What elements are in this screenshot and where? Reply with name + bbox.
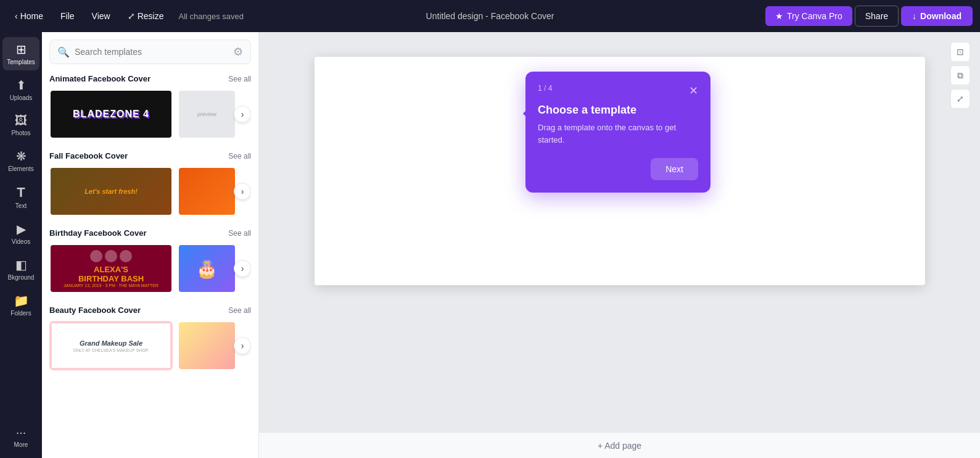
- tooltip-close-button[interactable]: ✕: [689, 84, 698, 98]
- sidebar-item-videos[interactable]: ▶ Videos: [2, 217, 39, 250]
- templates-icon: ⊞: [16, 42, 27, 57]
- resize-icon: ⤢: [128, 11, 135, 21]
- text-icon: T: [17, 185, 25, 201]
- beauty-section-title: Beauty Facebook Cover: [49, 306, 141, 315]
- beauty-next-arrow[interactable]: ›: [234, 337, 251, 354]
- try-pro-button[interactable]: ★ Try Canva Pro: [765, 6, 852, 26]
- background-icon: ◧: [15, 257, 27, 272]
- beauty-template-row: Grand Makeup Sale ONLY AT CHELSEA'S MAKE…: [49, 321, 251, 370]
- sidebar-item-text[interactable]: T Text: [2, 180, 39, 214]
- more-icon: ···: [16, 425, 27, 439]
- download-icon: ↓: [912, 11, 916, 21]
- template-bladezone[interactable]: BLADEZONE 4: [49, 90, 173, 139]
- sidebar-item-more[interactable]: ··· More: [2, 420, 39, 453]
- crown-icon: ★: [775, 11, 783, 21]
- share-button[interactable]: Share: [855, 6, 899, 27]
- sidebar-item-folders[interactable]: 📁 Folders: [2, 288, 39, 322]
- sidebar-item-templates[interactable]: ⊞ Templates: [2, 37, 39, 70]
- resize-button[interactable]: ⤢ Resize: [120, 7, 171, 25]
- fall-next-arrow[interactable]: ›: [234, 183, 251, 200]
- tooltip-next-button[interactable]: Next: [651, 158, 698, 180]
- template-birthday1[interactable]: ALEXA'S BIRTHDAY BASH JANUARY 13, 2019 ·…: [49, 244, 173, 293]
- birthday-section-header: Birthday Facebook Cover See all: [49, 228, 251, 238]
- home-button[interactable]: ‹ Home: [7, 7, 51, 25]
- template-birthday2[interactable]: 🎂: [178, 244, 236, 293]
- animated-template-row: BLADEZONE 4 preview ›: [49, 90, 251, 139]
- uploads-icon: ⬆: [16, 78, 27, 93]
- canvas-tool-copy[interactable]: ⧉: [950, 65, 970, 85]
- fall-section-header: Fall Facebook Cover See all: [49, 151, 251, 160]
- template-fall2[interactable]: [178, 167, 236, 216]
- beauty-section-header: Beauty Facebook Cover See all: [49, 306, 251, 315]
- animated-next-arrow[interactable]: ›: [234, 106, 251, 123]
- tooltip-description: Drag a template onto the canvas to get s…: [538, 122, 698, 146]
- videos-icon: ▶: [17, 222, 26, 236]
- file-button[interactable]: File: [53, 7, 82, 25]
- canvas-area: 1 / 4 ✕ Choose a template Drag a templat…: [259, 32, 980, 458]
- search-icon: 🔍: [57, 46, 70, 58]
- add-page-bar[interactable]: + Add page: [259, 432, 980, 458]
- fall-template-row: Let's start fresh! ›: [49, 167, 251, 216]
- tooltip-step: 1 / 4: [538, 84, 552, 93]
- template-beauty2[interactable]: [178, 321, 236, 370]
- sidebar-item-background[interactable]: ◧ Bkground: [2, 252, 39, 286]
- birthday-section-title: Birthday Facebook Cover: [49, 228, 147, 238]
- download-button[interactable]: ↓ Download: [901, 6, 973, 26]
- birthday-template-row: ALEXA'S BIRTHDAY BASH JANUARY 13, 2019 ·…: [49, 244, 251, 293]
- search-bar: 🔍 ⚙: [49, 40, 251, 64]
- fall-see-all-button[interactable]: See all: [228, 152, 251, 160]
- templates-panel: 🔍 ⚙ Animated Facebook Cover See all BLAD…: [42, 32, 259, 458]
- search-input[interactable]: [75, 47, 228, 57]
- topbar: ‹ Home File View ⤢ Resize All changes sa…: [0, 0, 980, 32]
- elements-icon: ❋: [16, 149, 27, 164]
- view-button[interactable]: View: [84, 7, 118, 25]
- tooltip-title: Choose a template: [538, 104, 698, 117]
- template-fall1[interactable]: Let's start fresh!: [49, 167, 173, 216]
- chevron-left-icon: ‹: [15, 11, 18, 21]
- tooltip-header: 1 / 4 ✕: [538, 84, 698, 98]
- canvas-tools: ⊡ ⧉ ⤢: [950, 42, 970, 109]
- sidebar-item-photos[interactable]: 🖼 Photos: [2, 109, 39, 141]
- document-title: Untitled design - Facebook Cover: [426, 11, 554, 21]
- canvas-tool-fit[interactable]: ⊡: [950, 42, 970, 62]
- template-beauty1[interactable]: Grand Makeup Sale ONLY AT CHELSEA'S MAKE…: [49, 321, 173, 370]
- template-animated2[interactable]: preview: [178, 90, 236, 139]
- birthday-see-all-button[interactable]: See all: [228, 229, 251, 238]
- photos-icon: 🖼: [15, 114, 27, 128]
- main-layout: ⊞ Templates ⬆ Uploads 🖼 Photos ❋ Element…: [0, 32, 980, 458]
- save-status: All changes saved: [178, 12, 244, 21]
- birthday-next-arrow[interactable]: ›: [234, 260, 251, 277]
- canvas-tool-expand[interactable]: ⤢: [950, 89, 970, 109]
- beauty-see-all-button[interactable]: See all: [228, 306, 251, 315]
- filter-icon[interactable]: ⚙: [233, 45, 243, 59]
- animated-section-header: Animated Facebook Cover See all: [49, 74, 251, 83]
- animated-see-all-button[interactable]: See all: [228, 75, 251, 83]
- sidebar-item-elements[interactable]: ❋ Elements: [2, 144, 39, 177]
- tooltip-popup: 1 / 4 ✕ Choose a template Drag a templat…: [525, 72, 710, 193]
- folders-icon: 📁: [14, 293, 29, 308]
- sidebar-item-uploads[interactable]: ⬆ Uploads: [2, 73, 39, 106]
- animated-section-title: Animated Facebook Cover: [49, 74, 150, 83]
- fall-section-title: Fall Facebook Cover: [49, 151, 128, 160]
- icon-sidebar: ⊞ Templates ⬆ Uploads 🖼 Photos ❋ Element…: [0, 32, 42, 458]
